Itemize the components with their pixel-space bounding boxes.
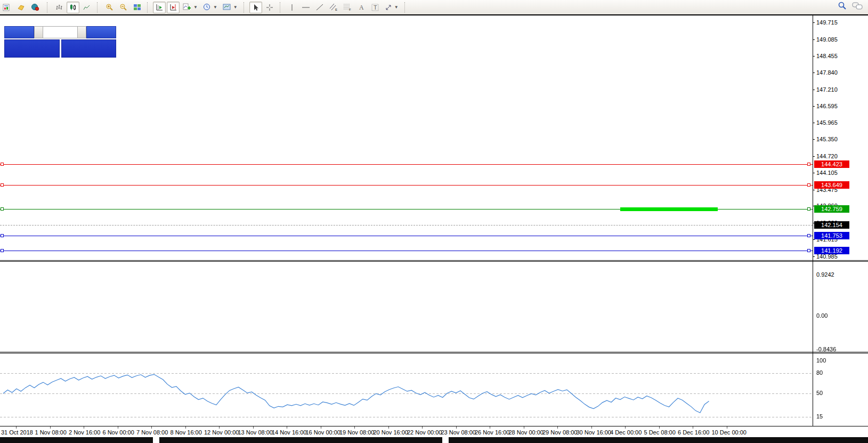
zoom-out-button[interactable] xyxy=(117,2,129,13)
text-tool-button[interactable]: A xyxy=(355,2,368,13)
pivot-highlight-segment[interactable] xyxy=(620,207,718,211)
equidistant-channel-icon: E xyxy=(329,3,338,11)
pane-separator xyxy=(0,261,868,262)
price-tick xyxy=(813,73,815,73)
time-label: 30 Nov 16:00 xyxy=(577,429,611,436)
line-handle[interactable] xyxy=(807,207,810,211)
auto-trading-button[interactable] xyxy=(29,2,43,13)
price-tick-label: 144.720 xyxy=(816,153,838,159)
price-tick xyxy=(813,106,815,107)
line-handle[interactable] xyxy=(807,249,810,252)
volume-decrease-button[interactable] xyxy=(34,26,43,38)
buy-price[interactable] xyxy=(61,39,117,58)
horizontal-level-line[interactable] xyxy=(0,251,813,251)
zoom-in-icon xyxy=(106,3,113,11)
chart-shift-button[interactable] xyxy=(167,2,180,13)
vertical-line-tool-button[interactable] xyxy=(286,2,298,13)
chart-shift-icon xyxy=(169,4,177,11)
time-label: 26 Nov 16:00 xyxy=(475,429,509,436)
toolbar-separator xyxy=(147,2,150,13)
time-label: 31 Oct 2018 xyxy=(1,429,33,436)
line-handle[interactable] xyxy=(1,163,4,166)
tile-windows-button[interactable] xyxy=(131,2,143,13)
line-handle[interactable] xyxy=(1,183,4,187)
horizontal-line-tool-button[interactable] xyxy=(299,2,312,13)
rsi-axis-label: 15 xyxy=(816,413,823,420)
price-level-badge[interactable]: 142.154 xyxy=(814,221,849,229)
price-level-badge[interactable]: 143.649 xyxy=(814,181,849,189)
price-tick xyxy=(813,239,815,240)
time-label: 22 Nov 00:00 xyxy=(407,429,442,436)
time-label: 6 Nov 00:00 xyxy=(103,429,134,436)
bar-chart-button[interactable] xyxy=(53,2,66,13)
line-handle[interactable] xyxy=(1,234,4,237)
time-tick xyxy=(287,426,287,429)
search-icon[interactable] xyxy=(838,1,847,10)
dropdown-arrow-icon: ▼ xyxy=(213,5,217,10)
time-label: 13 Nov 08:00 xyxy=(238,429,273,436)
sell-button[interactable] xyxy=(4,26,34,38)
chart-canvas[interactable] xyxy=(0,15,813,437)
horizontal-line-icon xyxy=(302,5,310,10)
cursor-icon xyxy=(252,4,259,11)
taskbar-gap xyxy=(442,437,449,443)
trendline-tool-button[interactable] xyxy=(313,2,326,13)
line-handle[interactable] xyxy=(807,183,810,187)
time-tick xyxy=(321,426,321,429)
arrows-tool-button[interactable]: ▼ xyxy=(383,2,401,13)
time-label: 2 Nov 16:00 xyxy=(69,429,100,436)
price-tick xyxy=(813,90,815,90)
time-tick xyxy=(388,426,389,429)
price-tick xyxy=(813,190,815,190)
horizontal-level-line[interactable] xyxy=(0,236,813,236)
time-axis[interactable]: 31 Oct 20181 Nov 08:002 Nov 16:006 Nov 0… xyxy=(0,426,868,437)
price-tick xyxy=(813,256,815,257)
text-label-tool-button[interactable]: T xyxy=(369,2,382,13)
line-handle[interactable] xyxy=(1,207,4,211)
time-label: 28 Nov 00:00 xyxy=(509,429,543,436)
crosshair-button[interactable] xyxy=(263,2,276,13)
channel-tool-button[interactable]: E xyxy=(327,2,340,13)
price-level-badge[interactable]: 141.192 xyxy=(814,247,849,254)
sell-price[interactable] xyxy=(4,39,60,58)
chat-icon[interactable] xyxy=(852,2,863,10)
price-level-badge[interactable]: 141.753 xyxy=(814,232,849,239)
gold-seal-button[interactable] xyxy=(15,2,28,13)
clock-icon xyxy=(203,3,211,11)
price-tick xyxy=(813,139,815,140)
cursor-button[interactable] xyxy=(249,2,262,13)
line-handle[interactable] xyxy=(807,163,810,166)
candlestick-chart-button[interactable] xyxy=(67,2,79,13)
line-handle[interactable] xyxy=(807,234,810,237)
time-tick xyxy=(727,426,727,429)
auto-scroll-button[interactable] xyxy=(153,2,166,13)
volume-input[interactable] xyxy=(43,26,77,38)
line-chart-icon xyxy=(83,4,91,11)
line-handle[interactable] xyxy=(1,249,4,252)
horizontal-level-line[interactable] xyxy=(0,164,813,165)
time-label: 1 Nov 08:00 xyxy=(35,429,67,436)
time-tick xyxy=(185,426,186,429)
price-level-badge[interactable]: 144.423 xyxy=(814,160,849,168)
time-label: 20 Nov 16:00 xyxy=(374,429,408,436)
templates-button[interactable]: ▼ xyxy=(221,2,240,13)
price-tick-label: 149.715 xyxy=(816,19,838,26)
line-chart-button[interactable] xyxy=(80,2,93,13)
price-level-badge[interactable]: 142.759 xyxy=(814,205,849,213)
indicators-button[interactable]: ▼ xyxy=(181,2,200,13)
volume-increase-button[interactable] xyxy=(77,26,86,38)
pane-separator xyxy=(0,260,868,261)
svg-text:F: F xyxy=(349,8,351,11)
periods-button[interactable]: ▼ xyxy=(201,2,220,13)
horizontal-level-line[interactable] xyxy=(0,185,813,186)
new-order-button[interactable] xyxy=(1,2,14,13)
auto-scroll-icon xyxy=(156,4,164,11)
current-price-line xyxy=(0,225,813,225)
time-tick xyxy=(151,426,152,429)
tile-windows-icon xyxy=(133,4,141,11)
zoom-in-button[interactable] xyxy=(103,2,116,13)
time-tick xyxy=(253,426,254,429)
fibonacci-tool-button[interactable]: F xyxy=(341,2,354,13)
price-tick-label: 149.085 xyxy=(816,36,838,43)
buy-button[interactable] xyxy=(86,26,116,38)
